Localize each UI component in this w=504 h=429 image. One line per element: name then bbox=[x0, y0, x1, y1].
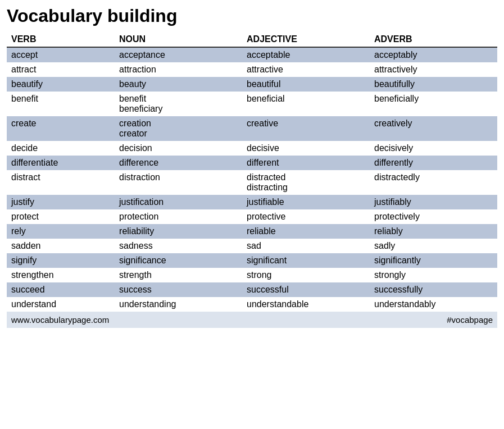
cell-adverb: beneficially bbox=[370, 92, 497, 116]
cell-adverb: understandably bbox=[370, 297, 497, 312]
table-row: saddensadnesssadsadly bbox=[7, 239, 497, 253]
table-row: understandunderstandingunderstandableund… bbox=[7, 297, 497, 312]
cell-adverb: significantly bbox=[370, 253, 497, 268]
cell-verb: create bbox=[7, 116, 115, 141]
cell-noun: significance bbox=[115, 253, 242, 268]
cell-adverb: beautifully bbox=[370, 77, 497, 92]
cell-verb: justify bbox=[7, 195, 115, 209]
cell-noun: acceptance bbox=[115, 47, 242, 62]
col-header-noun: NOUN bbox=[115, 32, 242, 47]
cell-adverb: distractedly bbox=[370, 170, 497, 195]
cell-adjective: distracteddistracting bbox=[242, 170, 370, 195]
table-row: succeedsuccesssuccessfulsuccessfully bbox=[7, 282, 497, 297]
cell-verb: attract bbox=[7, 62, 115, 77]
cell-adjective: successful bbox=[242, 282, 370, 297]
cell-verb: sadden bbox=[7, 239, 115, 253]
cell-adverb: attractively bbox=[370, 62, 497, 77]
table-row: createcreationcreatorcreativecreatively bbox=[7, 116, 497, 141]
cell-adjective: reliable bbox=[242, 224, 370, 239]
cell-adjective: attractive bbox=[242, 62, 370, 77]
cell-adjective: significant bbox=[242, 253, 370, 268]
cell-adjective: beautiful bbox=[242, 77, 370, 92]
cell-adverb: acceptably bbox=[370, 47, 497, 62]
footer-right: #vocabpage bbox=[242, 312, 497, 328]
cell-verb: accept bbox=[7, 47, 115, 62]
vocabulary-table: VERB NOUN ADJECTIVE ADVERB acceptaccepta… bbox=[7, 32, 497, 328]
cell-adjective: creative bbox=[242, 116, 370, 141]
cell-verb: decide bbox=[7, 141, 115, 156]
cell-verb: signify bbox=[7, 253, 115, 268]
cell-noun: beauty bbox=[115, 77, 242, 92]
col-header-adjective: ADJECTIVE bbox=[242, 32, 370, 47]
cell-noun: distraction bbox=[115, 170, 242, 195]
cell-noun: attraction bbox=[115, 62, 242, 77]
cell-adjective: sad bbox=[242, 239, 370, 253]
table-row: acceptacceptanceacceptableacceptably bbox=[7, 47, 497, 62]
cell-verb: protect bbox=[7, 209, 115, 224]
cell-verb: succeed bbox=[7, 282, 115, 297]
cell-noun: sadness bbox=[115, 239, 242, 253]
cell-adverb: decisively bbox=[370, 141, 497, 156]
cell-adverb: sadly bbox=[370, 239, 497, 253]
col-header-verb: VERB bbox=[7, 32, 115, 47]
table-row: attractattractionattractiveattractively bbox=[7, 62, 497, 77]
page-title: Vocabulary building bbox=[7, 6, 497, 26]
cell-noun: benefitbeneficiary bbox=[115, 92, 242, 116]
cell-adverb: successfully bbox=[370, 282, 497, 297]
cell-adjective: protective bbox=[242, 209, 370, 224]
cell-verb: strengthen bbox=[7, 268, 115, 282]
cell-verb: benefit bbox=[7, 92, 115, 116]
cell-verb: differentiate bbox=[7, 156, 115, 170]
cell-noun: protection bbox=[115, 209, 242, 224]
cell-adjective: beneficial bbox=[242, 92, 370, 116]
cell-noun: strength bbox=[115, 268, 242, 282]
cell-adverb: reliably bbox=[370, 224, 497, 239]
table-row: justifyjustificationjustifiablejustifiab… bbox=[7, 195, 497, 209]
col-header-adverb: ADVERB bbox=[370, 32, 497, 47]
table-row: distractdistractiondistracteddistracting… bbox=[7, 170, 497, 195]
cell-verb: understand bbox=[7, 297, 115, 312]
table-row: relyreliabilityreliablereliably bbox=[7, 224, 497, 239]
table-row: benefitbenefitbeneficiarybeneficialbenef… bbox=[7, 92, 497, 116]
table-row: decidedecisiondecisivedecisively bbox=[7, 141, 497, 156]
footer-left: www.vocabularypage.com bbox=[7, 312, 242, 328]
cell-adverb: protectively bbox=[370, 209, 497, 224]
cell-adverb: differently bbox=[370, 156, 497, 170]
cell-adjective: understandable bbox=[242, 297, 370, 312]
cell-adjective: strong bbox=[242, 268, 370, 282]
table-row: strengthenstrengthstrongstrongly bbox=[7, 268, 497, 282]
cell-noun: understanding bbox=[115, 297, 242, 312]
table-row: signifysignificancesignificantsignifican… bbox=[7, 253, 497, 268]
cell-noun: success bbox=[115, 282, 242, 297]
footer-row: www.vocabularypage.com #vocabpage bbox=[7, 312, 497, 328]
cell-adverb: creatively bbox=[370, 116, 497, 141]
cell-adjective: different bbox=[242, 156, 370, 170]
cell-adjective: justifiable bbox=[242, 195, 370, 209]
cell-adverb: strongly bbox=[370, 268, 497, 282]
cell-adverb: justifiably bbox=[370, 195, 497, 209]
cell-adjective: decisive bbox=[242, 141, 370, 156]
cell-noun: difference bbox=[115, 156, 242, 170]
cell-noun: justification bbox=[115, 195, 242, 209]
cell-verb: distract bbox=[7, 170, 115, 195]
cell-noun: creationcreator bbox=[115, 116, 242, 141]
cell-adjective: acceptable bbox=[242, 47, 370, 62]
cell-verb: beautify bbox=[7, 77, 115, 92]
table-row: differentiatedifferencedifferentdifferen… bbox=[7, 156, 497, 170]
cell-noun: decision bbox=[115, 141, 242, 156]
cell-verb: rely bbox=[7, 224, 115, 239]
cell-noun: reliability bbox=[115, 224, 242, 239]
table-row: protectprotectionprotectiveprotectively bbox=[7, 209, 497, 224]
table-row: beautifybeautybeautifulbeautifully bbox=[7, 77, 497, 92]
